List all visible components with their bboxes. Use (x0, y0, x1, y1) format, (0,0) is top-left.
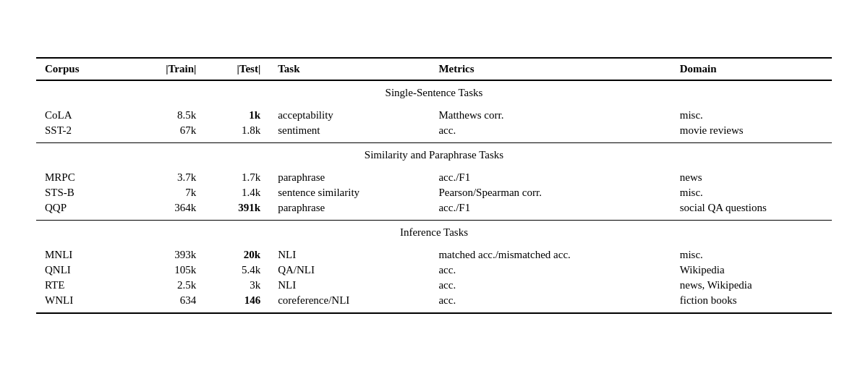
table-cell: Wikipedia (671, 263, 832, 278)
table-cell: 1.8k (205, 123, 269, 143)
header-train: |Train| (132, 58, 205, 80)
table-cell: 20k (205, 244, 269, 263)
table-cell: WNLI (36, 293, 132, 313)
section-header: Similarity and Paraphrase Tasks (36, 143, 832, 168)
table-container: Corpus |Train| |Test| Task Metrics Domai… (36, 57, 832, 314)
table-cell: STS-B (36, 185, 132, 200)
table-cell: 1.7k (205, 167, 269, 185)
table-cell: QNLI (36, 263, 132, 278)
table-cell: CoLA (36, 105, 132, 123)
table-cell: matched acc./mismatched acc. (430, 244, 671, 263)
table-cell: Pearson/Spearman corr. (430, 185, 671, 200)
table-cell: 1.4k (205, 185, 269, 200)
table-cell: 67k (132, 123, 205, 143)
table-cell: news (671, 167, 832, 185)
table-row: QNLI105k5.4kQA/NLIacc.Wikipedia (36, 263, 832, 278)
section-title: Single-Sentence Tasks (36, 80, 832, 105)
table-cell: misc. (671, 105, 832, 123)
table-row: RTE2.5k3kNLIacc.news, Wikipedia (36, 278, 832, 293)
table-cell: acc. (430, 293, 671, 313)
section-title: Similarity and Paraphrase Tasks (36, 143, 832, 168)
table-cell: paraphrase (269, 200, 430, 221)
section-header: Inference Tasks (36, 221, 832, 245)
table-row: WNLI634146coreference/NLIacc.fiction boo… (36, 293, 832, 313)
table-cell: NLI (269, 244, 430, 263)
table-cell: acc. (430, 278, 671, 293)
table-cell: paraphrase (269, 167, 430, 185)
table-cell: RTE (36, 278, 132, 293)
table-cell: social QA questions (671, 200, 832, 221)
section-title: Inference Tasks (36, 221, 832, 245)
table-cell: MRPC (36, 167, 132, 185)
table-cell: QQP (36, 200, 132, 221)
table-cell: misc. (671, 185, 832, 200)
table-cell: 3k (205, 278, 269, 293)
table-row: MRPC3.7k1.7kparaphraseacc./F1news (36, 167, 832, 185)
table-cell: 364k (132, 200, 205, 221)
table-row: QQP364k391kparaphraseacc./F1social QA qu… (36, 200, 832, 221)
table-cell: acc. (430, 123, 671, 143)
table-cell: 3.7k (132, 167, 205, 185)
header-row: Corpus |Train| |Test| Task Metrics Domai… (36, 58, 832, 80)
table-cell: sentence similarity (269, 185, 430, 200)
table-row: SST-267k1.8ksentimentacc.movie reviews (36, 123, 832, 143)
table-cell: MNLI (36, 244, 132, 263)
header-test: |Test| (205, 58, 269, 80)
table-cell: 7k (132, 185, 205, 200)
table-cell: acc. (430, 263, 671, 278)
main-table: Corpus |Train| |Test| Task Metrics Domai… (36, 57, 832, 314)
header-task: Task (269, 58, 430, 80)
table-cell: 146 (205, 293, 269, 313)
section-header: Single-Sentence Tasks (36, 80, 832, 105)
table-cell: coreference/NLI (269, 293, 430, 313)
table-cell: fiction books (671, 293, 832, 313)
table-row: STS-B7k1.4ksentence similarityPearson/Sp… (36, 185, 832, 200)
table-cell: QA/NLI (269, 263, 430, 278)
table-cell: 2.5k (132, 278, 205, 293)
table-cell: news, Wikipedia (671, 278, 832, 293)
table-cell: NLI (269, 278, 430, 293)
table-cell: acceptability (269, 105, 430, 123)
table-cell: sentiment (269, 123, 430, 143)
table-cell: movie reviews (671, 123, 832, 143)
header-corpus: Corpus (36, 58, 132, 80)
table-row: MNLI393k20kNLImatched acc./mismatched ac… (36, 244, 832, 263)
table-row: CoLA8.5k1kacceptabilityMatthews corr.mis… (36, 105, 832, 123)
table-cell: Matthews corr. (430, 105, 671, 123)
header-metrics: Metrics (430, 58, 671, 80)
table-cell: 5.4k (205, 263, 269, 278)
table-cell: acc./F1 (430, 167, 671, 185)
table-cell: SST-2 (36, 123, 132, 143)
table-cell: misc. (671, 244, 832, 263)
table-cell: 393k (132, 244, 205, 263)
table-cell: 391k (205, 200, 269, 221)
table-cell: 8.5k (132, 105, 205, 123)
table-cell: 1k (205, 105, 269, 123)
table-cell: 634 (132, 293, 205, 313)
header-domain: Domain (671, 58, 832, 80)
table-cell: 105k (132, 263, 205, 278)
table-cell: acc./F1 (430, 200, 671, 221)
